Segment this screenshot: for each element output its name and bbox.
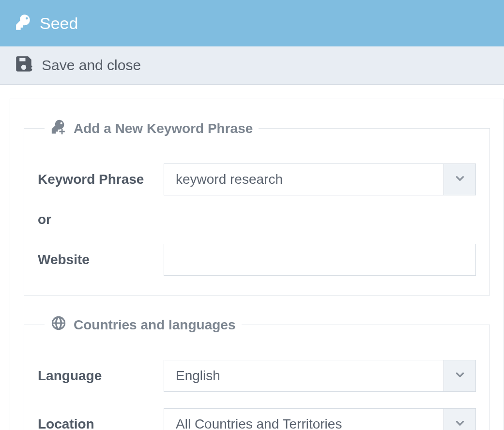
key-icon [15, 13, 33, 33]
language-combo[interactable] [164, 360, 476, 392]
content-area: Add a New Keyword Phrase Keyword Phrase [0, 85, 504, 430]
countries-languages-legend-text: Countries and languages [74, 317, 236, 333]
keyword-phrase-label: Keyword Phrase [38, 172, 164, 187]
svg-rect-1 [59, 131, 64, 133]
key-plus-icon [50, 119, 67, 138]
language-input[interactable] [164, 360, 443, 391]
keyword-phrase-legend: Add a New Keyword Phrase [45, 119, 259, 138]
countries-languages-legend: Countries and languages [45, 315, 242, 335]
location-input[interactable] [164, 409, 443, 430]
website-label: Website [38, 252, 164, 267]
chevron-down-icon [454, 417, 466, 430]
or-row: or [38, 212, 476, 227]
form-panel: Add a New Keyword Phrase Keyword Phrase [10, 99, 504, 430]
save-and-close-label: Save and close [42, 57, 141, 74]
language-row: Language [38, 360, 476, 392]
or-label: or [38, 212, 164, 227]
chevron-down-icon [454, 369, 466, 383]
keyword-phrase-combo[interactable] [164, 163, 476, 195]
countries-languages-group: Countries and languages Language [24, 315, 490, 430]
save-close-icon [14, 54, 34, 77]
page-title: Seed [40, 14, 78, 33]
keyword-phrase-legend-text: Add a New Keyword Phrase [74, 121, 253, 136]
keyword-phrase-input[interactable] [164, 164, 443, 195]
header-bar: Seed [0, 0, 504, 46]
chevron-down-icon [454, 172, 466, 187]
keyword-phrase-row: Keyword Phrase [38, 163, 476, 195]
keyword-phrase-dropdown-button[interactable] [443, 164, 475, 195]
location-combo[interactable] [164, 408, 476, 430]
website-row: Website [38, 244, 476, 276]
website-input[interactable] [164, 244, 476, 276]
language-dropdown-button[interactable] [443, 360, 475, 391]
language-label: Language [38, 368, 164, 384]
toolbar: Save and close [0, 46, 504, 85]
location-dropdown-button[interactable] [443, 409, 475, 430]
location-row: Location [38, 408, 476, 430]
keyword-phrase-group: Add a New Keyword Phrase Keyword Phrase [24, 119, 490, 296]
save-and-close-button[interactable]: Save and close [14, 54, 141, 77]
globe-icon [50, 315, 67, 335]
location-label: Location [38, 416, 164, 430]
